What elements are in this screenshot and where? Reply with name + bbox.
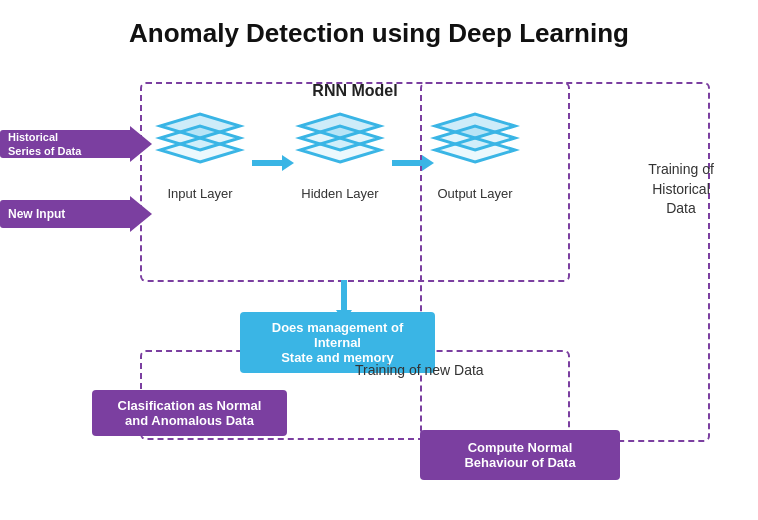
arrow-body-1 — [252, 160, 282, 166]
compute-text: Compute NormalBehaviour of Data — [464, 440, 575, 470]
hidden-layer-icon — [295, 100, 385, 180]
hidden-layer-label: Hidden Layer — [301, 186, 378, 201]
page-title: Anomaly Detection using Deep Learning — [0, 0, 758, 57]
historical-label: HistoricalSeries of Data — [8, 130, 81, 159]
new-input-arrow: New Input — [0, 196, 152, 232]
compute-box: Compute NormalBehaviour of Data — [420, 430, 620, 480]
arrow-down-body — [341, 280, 347, 310]
arrow-head-1 — [282, 155, 294, 171]
input-layer-group: Input Layer — [155, 100, 245, 201]
historical-arrowhead — [130, 126, 152, 162]
new-input-arrowhead — [130, 196, 152, 232]
classification-box: Clasification as Normaland Anomalous Dat… — [92, 390, 287, 436]
historical-arrow: HistoricalSeries of Data — [0, 126, 152, 162]
hidden-layer-group: Hidden Layer — [295, 100, 385, 201]
mgmt-text: Does management of InternalState and mem… — [272, 320, 403, 365]
output-layer-icon — [430, 100, 520, 180]
arrow-input-hidden — [252, 155, 294, 171]
classification-text: Clasification as Normaland Anomalous Dat… — [118, 398, 262, 428]
input-layer-label: Input Layer — [167, 186, 232, 201]
training-new-label: Training of new Data — [355, 362, 484, 378]
training-hist-label: Training ofHistoricalData — [626, 160, 736, 219]
new-input-label: New Input — [8, 207, 65, 221]
output-layer-group: Output Layer — [430, 100, 520, 201]
arrow-hidden-output — [392, 155, 434, 171]
output-layer-label: Output Layer — [437, 186, 512, 201]
input-layer-icon — [155, 100, 245, 180]
arrow-body-2 — [392, 160, 422, 166]
